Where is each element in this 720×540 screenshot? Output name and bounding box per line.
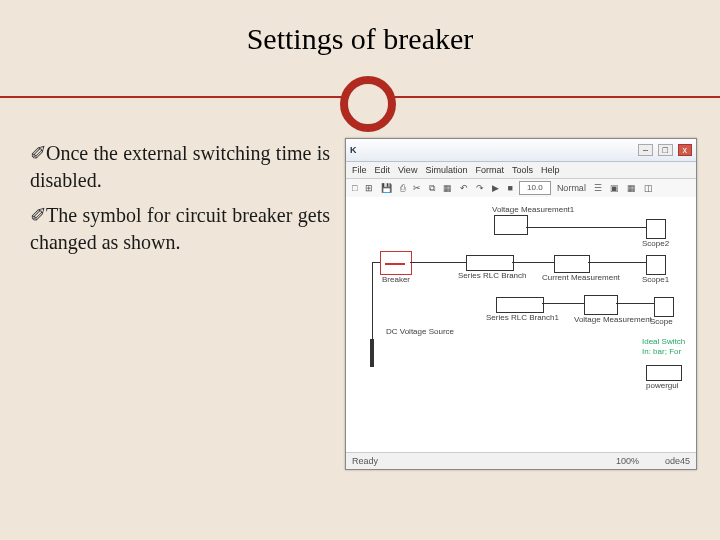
body-text: ✐Once the external switching time is dis… <box>30 140 330 264</box>
menubar: File Edit View Simulation Format Tools H… <box>346 162 696 179</box>
slide-title: Settings of breaker <box>0 22 720 56</box>
undo-icon[interactable]: ↶ <box>458 183 470 193</box>
scope-icon[interactable]: ▦ <box>625 183 638 193</box>
ring-icon <box>340 76 396 132</box>
label-rlc1: Series RLC Branch1 <box>486 313 559 322</box>
toolbar: □ ⊞ 💾 ⎙ ✂ ⧉ ▦ ↶ ↷ ▶ ■ 10.0 Normal ☰ ▣ ▦ … <box>346 179 696 198</box>
copy-icon[interactable]: ⧉ <box>427 183 437 194</box>
window-controls: – □ x <box>636 144 692 156</box>
wire-icon <box>588 262 646 263</box>
menu-view[interactable]: View <box>398 165 417 175</box>
menu-format[interactable]: Format <box>475 165 504 175</box>
open-icon[interactable]: ⊞ <box>363 183 375 193</box>
bullet-item: ✐The symbol for circuit breaker gets cha… <box>30 202 330 256</box>
wire-icon <box>616 303 654 304</box>
wire-icon <box>372 262 373 340</box>
label-breaker: Breaker <box>382 275 410 284</box>
redo-icon[interactable]: ↷ <box>474 183 486 193</box>
label-vm: Voltage Measurement <box>574 315 652 324</box>
build-icon[interactable]: ◫ <box>642 183 655 193</box>
menu-help[interactable]: Help <box>541 165 560 175</box>
mode-select[interactable]: Normal <box>555 183 588 193</box>
block-voltage-measurement1[interactable] <box>494 215 528 235</box>
bullet-icon: ✐ <box>30 140 46 167</box>
stop-icon[interactable]: ■ <box>505 183 514 193</box>
close-button[interactable]: x <box>678 144 693 156</box>
start-icon[interactable]: ▶ <box>490 183 501 193</box>
label-ideal-switch: Ideal Switch <box>642 337 685 346</box>
cut-icon[interactable]: ✂ <box>411 183 423 193</box>
minimize-button[interactable]: – <box>638 144 653 156</box>
label-rlc: Series RLC Branch <box>458 271 526 280</box>
menu-file[interactable]: File <box>352 165 367 175</box>
block-dc-source[interactable] <box>370 339 374 367</box>
menu-edit[interactable]: Edit <box>375 165 391 175</box>
print-icon[interactable]: ⎙ <box>398 183 407 193</box>
wire-icon <box>526 227 646 228</box>
label-scope2: Scope2 <box>642 239 669 248</box>
menu-simulation[interactable]: Simulation <box>425 165 467 175</box>
slide: Settings of breaker ✐Once the external s… <box>0 0 720 540</box>
block-scope[interactable] <box>654 297 674 317</box>
window-title: K <box>350 145 357 155</box>
titlebar[interactable]: K – □ x <box>346 139 696 162</box>
label-cm: Current Measurement <box>542 273 620 282</box>
status-solver: ode45 <box>665 456 690 466</box>
label-vm1: Voltage Measurement1 <box>492 205 574 214</box>
menu-tools[interactable]: Tools <box>512 165 533 175</box>
label-scope1: Scope1 <box>642 275 669 284</box>
label-dc: DC Voltage Source <box>386 327 454 336</box>
status-zoom: 100% <box>616 456 639 466</box>
block-current-measurement[interactable] <box>554 255 590 273</box>
save-icon[interactable]: 💾 <box>379 183 394 193</box>
label-powergui: powergui <box>646 381 678 390</box>
wire-icon <box>410 262 466 263</box>
status-ready: Ready <box>352 456 378 466</box>
bullet-item: ✐Once the external switching time is dis… <box>30 140 330 194</box>
new-icon[interactable]: □ <box>350 183 359 193</box>
block-voltage-measurement[interactable] <box>584 295 618 315</box>
block-powergui[interactable] <box>646 365 682 381</box>
block-rlc[interactable] <box>466 255 514 271</box>
label-busbar: In: bar; For <box>642 347 681 356</box>
wire-icon <box>372 262 380 263</box>
model-icon[interactable]: ▣ <box>608 183 621 193</box>
bullet-icon: ✐ <box>30 202 46 229</box>
block-scope1[interactable] <box>646 255 666 275</box>
simulink-window: K – □ x File Edit View Simulation Format… <box>345 138 697 470</box>
wire-icon <box>542 303 584 304</box>
wire-icon <box>512 262 554 263</box>
paste-icon[interactable]: ▦ <box>441 183 454 193</box>
block-scope2[interactable] <box>646 219 666 239</box>
stop-time-input[interactable]: 10.0 <box>519 181 551 195</box>
statusbar: Ready 100% ode45 <box>346 452 696 469</box>
model-canvas[interactable]: Voltage Measurement1 Scope2 Breaker Seri… <box>346 197 696 453</box>
block-breaker[interactable] <box>380 251 412 275</box>
library-icon[interactable]: ☰ <box>592 183 604 193</box>
maximize-button[interactable]: □ <box>658 144 673 156</box>
label-scope: Scope <box>650 317 673 326</box>
block-rlc1[interactable] <box>496 297 544 313</box>
